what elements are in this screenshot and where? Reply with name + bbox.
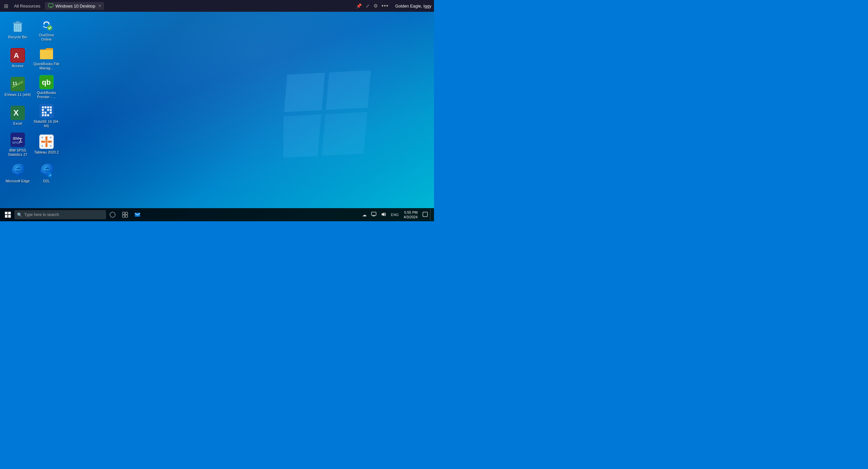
recycle-bin-svg [11,20,24,33]
icon-row-2: A Access QuickBooks File Manag... [3,44,61,73]
excel-icon[interactable]: X Excel [3,101,32,130]
tableau-icon[interactable]: Tableau 2020.2 [32,130,61,159]
svg-rect-54 [5,212,7,214]
access-svg: A [11,49,24,62]
icon-row-3: 11 EViews 11 (x64) qb QuickBooks Premier… [3,73,61,101]
keyboard-tray-icon[interactable]: ENG [389,212,400,218]
search-bar[interactable]: 🔍 [14,210,106,219]
svg-rect-27 [44,109,46,111]
svg-rect-57 [8,215,11,218]
svg-rect-68 [423,212,428,217]
svg-rect-5 [16,21,20,23]
svg-text:X: X [13,108,19,117]
spss-icon[interactable]: IBM SPSS Σ IBM SPSS Statistics 27 [3,130,32,159]
microsoft-edge-icon[interactable]: Microsoft Edge [3,159,32,188]
stata-svg [40,104,53,118]
clock-date: 4/3/2024 [404,215,417,219]
notification-tray-icon[interactable] [421,211,429,219]
desktop-icons: Recycle Bin OneDrive Online [3,15,61,188]
access-icon[interactable]: A Access [3,44,32,73]
cloud-tray-icon[interactable]: ☁ [361,211,368,219]
svg-rect-23 [44,106,46,108]
network-icon [371,212,376,217]
settings-icon[interactable]: ⚙ [373,3,378,9]
recycle-bin-icon[interactable]: Recycle Bin [3,15,32,44]
svg-rect-46 [48,141,52,143]
eviews-label: EViews 11 (x64) [5,93,31,97]
svg-text:IBM: IBM [13,136,19,140]
onedrive-online-label: OneDrive Online [33,33,60,41]
quickbooks-file-manager-label: QuickBooks File Manag... [33,62,60,70]
more-icon[interactable]: ••• [382,3,389,9]
icon-row-6: Microsoft Edge ↗ [3,159,61,188]
desktop: Recycle Bin OneDrive Online [0,12,434,221]
svg-rect-30 [42,112,44,114]
search-input[interactable] [24,212,103,217]
tab-close-button[interactable]: × [98,4,101,8]
notification-icon [423,212,428,217]
quickbooks-file-manager-icon[interactable]: QuickBooks File Manag... [32,44,61,73]
quickbooks-premier-icon[interactable]: qb QuickBooks Premier - ... [32,73,61,101]
svg-text:Σ: Σ [19,137,23,144]
mail-button[interactable] [131,209,143,221]
svg-rect-64 [371,212,376,215]
svg-text:↗: ↗ [49,174,52,177]
show-desktop-button[interactable] [430,209,432,221]
svg-rect-22 [42,106,44,108]
svg-rect-34 [42,114,44,116]
icon-row-1: Recycle Bin OneDrive Online [3,15,61,44]
task-view-icon [122,212,128,218]
top-bar: ⊞ All Resources Windows 10 Desktop × 📌 ⤢… [0,0,434,12]
network-tray-icon[interactable] [370,211,378,219]
svg-rect-59 [122,212,125,214]
d2l-label: D2L [43,179,50,183]
clock-time: 5:55 PM [404,210,417,215]
svg-text:A: A [14,52,19,60]
svg-text:qb: qb [42,78,51,86]
spss-svg: IBM SPSS Σ [11,133,24,146]
tab-label: Windows 10 Desktop [55,4,95,8]
pin-icon[interactable]: 📌 [356,3,362,8]
tableau-label: Tableau 2020.2 [34,150,59,154]
svg-rect-37 [50,114,52,116]
svg-rect-24 [47,106,49,108]
excel-svg: X [11,106,24,120]
svg-rect-35 [44,114,46,116]
statase-icon[interactable]: StataSE 16 (64-bit) [32,101,61,130]
qb-folder-svg [39,47,54,60]
statase-label: StataSE 16 (64-bit) [33,120,60,128]
expand-icon[interactable]: ⤢ [366,3,370,8]
svg-rect-60 [125,212,128,214]
d2l-icon[interactable]: ↗ D2L [32,159,61,188]
access-label: Access [12,64,23,68]
start-button[interactable] [2,209,14,221]
svg-rect-55 [8,212,11,214]
svg-rect-56 [5,215,7,218]
svg-rect-33 [50,112,52,114]
d2l-svg: ↗ [39,163,54,178]
svg-rect-47 [45,141,48,143]
svg-rect-49 [50,137,52,138]
eviews-icon[interactable]: 11 EViews 11 (x64) [3,73,32,101]
task-view-button[interactable] [119,209,131,221]
svg-rect-62 [125,215,128,217]
volume-tray-icon[interactable] [379,211,388,219]
svg-point-58 [110,212,115,217]
svg-rect-48 [41,137,43,138]
edge-svg [10,163,25,178]
windows-desktop-tab[interactable]: Windows 10 Desktop × [45,2,104,10]
cortana-button[interactable] [107,209,119,221]
taskbar: 🔍 ☁ [0,208,434,221]
qb-premier-svg: qb [40,75,53,89]
clock[interactable]: 5:55 PM 4/3/2024 [402,210,420,220]
search-icon: 🔍 [17,212,22,217]
grid-icon[interactable]: ⊞ [3,2,9,10]
onedrive-svg [39,17,54,32]
monitor-icon [48,3,53,8]
top-actions: 📌 ⤢ ⚙ ••• Golden Eagle, Iggy [356,3,431,9]
onedrive-online-icon[interactable]: OneDrive Online [32,15,61,44]
svg-rect-63 [135,213,140,217]
svg-rect-26 [42,109,44,111]
svg-rect-32 [47,112,49,114]
all-resources-label[interactable]: All Resources [11,2,43,10]
